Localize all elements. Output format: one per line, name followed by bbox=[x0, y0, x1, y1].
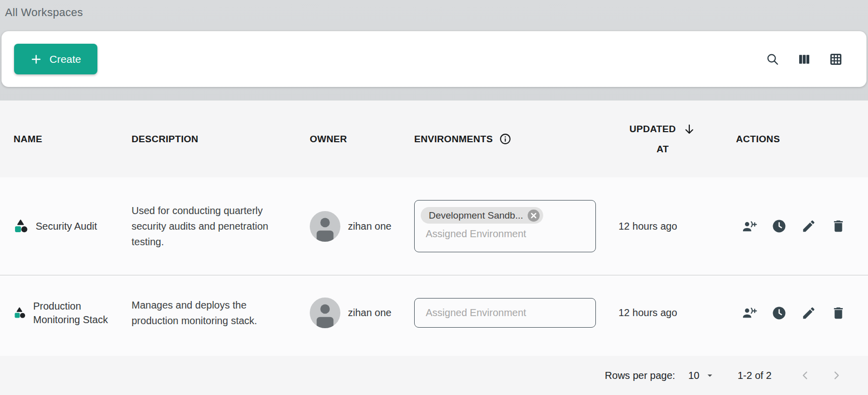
person-add-icon[interactable] bbox=[742, 219, 757, 234]
delete-icon[interactable] bbox=[831, 219, 846, 234]
environments-cell: Development Sandb... Assigned Environmen… bbox=[414, 200, 618, 252]
owner-cell: zihan one bbox=[310, 211, 414, 242]
history-clock-icon[interactable] bbox=[772, 219, 787, 234]
environments-cell: Assigned Environment bbox=[414, 298, 618, 328]
actions-cell bbox=[736, 306, 868, 321]
workspaces-table: NAME DESCRIPTION OWNER ENVIRONMENTS UPDA… bbox=[0, 101, 868, 395]
sort-descending-arrow-icon[interactable] bbox=[683, 123, 696, 136]
avatar bbox=[310, 298, 340, 328]
previous-page-icon[interactable] bbox=[798, 368, 813, 383]
table-header-row: NAME DESCRIPTION OWNER ENVIRONMENTS UPDA… bbox=[0, 101, 868, 177]
workspace-shapes-icon bbox=[14, 218, 29, 234]
table-row-production-monitoring-stack: Production Monitoring Stack Manages and … bbox=[0, 275, 868, 350]
create-button[interactable]: Create bbox=[14, 44, 97, 74]
workspace-name: Production Monitoring Stack bbox=[33, 300, 116, 327]
workspace-description: Used for conducting quarterly security a… bbox=[132, 203, 282, 250]
pagination-bar: Rows per page: 10 1-2 of 2 bbox=[0, 356, 868, 395]
rows-per-page-label: Rows per page: bbox=[605, 370, 675, 381]
environments-select[interactable]: Assigned Environment bbox=[414, 298, 596, 328]
column-header-actions: ACTIONS bbox=[736, 134, 868, 145]
view-columns-icon[interactable] bbox=[797, 52, 812, 67]
environments-placeholder: Assigned Environment bbox=[421, 307, 526, 319]
edit-icon[interactable] bbox=[801, 219, 816, 234]
page: All Workspaces Create NAME DESCRIPTION O… bbox=[0, 0, 868, 395]
environments-select[interactable]: Development Sandb... Assigned Environmen… bbox=[414, 200, 596, 252]
updated-at-label-line2: AT bbox=[657, 139, 669, 159]
remove-environment-icon[interactable] bbox=[527, 209, 540, 222]
plus-icon bbox=[30, 53, 42, 65]
updated-at-line1: UPDATED bbox=[630, 119, 696, 139]
edit-icon[interactable] bbox=[801, 306, 816, 321]
delete-icon[interactable] bbox=[831, 306, 846, 321]
info-icon[interactable] bbox=[499, 133, 512, 145]
column-header-updated-at[interactable]: UPDATED AT bbox=[618, 119, 707, 159]
grid-view-icon[interactable] bbox=[828, 52, 843, 67]
dropdown-arrow-icon bbox=[704, 370, 715, 381]
updated-at-value: 12 hours ago bbox=[618, 221, 736, 232]
person-add-icon[interactable] bbox=[742, 306, 757, 321]
history-clock-icon[interactable] bbox=[772, 306, 787, 321]
toolbar-icons bbox=[765, 52, 843, 67]
workspace-shapes-icon bbox=[14, 306, 27, 320]
avatar bbox=[310, 211, 340, 242]
column-header-owner[interactable]: OWNER bbox=[310, 134, 414, 145]
page-title: All Workspaces bbox=[0, 0, 868, 31]
owner-name: zihan one bbox=[348, 221, 392, 232]
updated-at-value: 12 hours ago bbox=[618, 307, 736, 319]
name-cell: Production Monitoring Stack bbox=[0, 300, 132, 327]
toolbar: Create bbox=[2, 31, 866, 87]
rows-per-page-select[interactable]: 10 bbox=[688, 370, 715, 381]
rows-per-page-value: 10 bbox=[688, 370, 699, 381]
actions-cell bbox=[736, 219, 868, 234]
environment-chip[interactable]: Development Sandb... bbox=[421, 207, 543, 224]
column-header-description[interactable]: DESCRIPTION bbox=[132, 134, 310, 145]
workspace-name: Security Audit bbox=[36, 220, 97, 233]
environments-placeholder: Assigned Environment bbox=[421, 228, 589, 240]
next-page-icon[interactable] bbox=[829, 368, 844, 383]
create-button-label: Create bbox=[49, 53, 81, 65]
updated-at-label: UPDATED bbox=[630, 119, 676, 139]
column-header-name[interactable]: NAME bbox=[0, 134, 132, 145]
owner-name: zihan one bbox=[348, 307, 392, 319]
table-bottom-spacer bbox=[0, 350, 868, 356]
search-icon[interactable] bbox=[765, 52, 780, 67]
table-row-security-audit: Security Audit Used for conducting quart… bbox=[0, 177, 868, 275]
workspace-description: Manages and deploys the production monit… bbox=[132, 298, 282, 329]
owner-cell: zihan one bbox=[310, 298, 414, 328]
environments-header-label: ENVIRONMENTS bbox=[414, 134, 493, 145]
column-header-environments[interactable]: ENVIRONMENTS bbox=[414, 133, 618, 145]
pagination-range: 1-2 of 2 bbox=[737, 370, 772, 381]
environment-chip-label: Development Sandb... bbox=[429, 210, 523, 221]
name-cell: Security Audit bbox=[0, 218, 132, 234]
